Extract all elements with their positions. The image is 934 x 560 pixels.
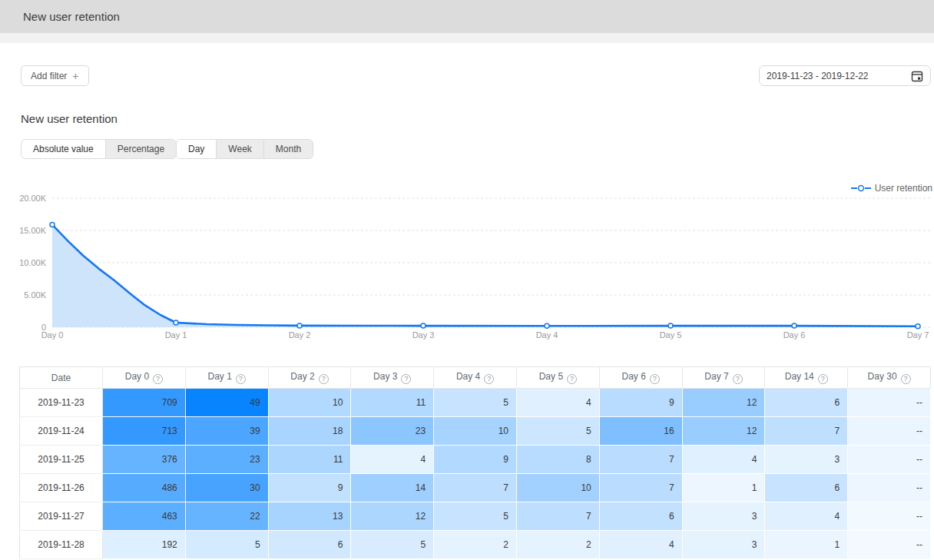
retention-cell: 4 [351,446,434,474]
retention-cell: -- [848,502,931,531]
date-range-picker[interactable]: 2019-11-23 - 2019-12-22 [759,65,931,86]
area-fill [52,224,918,327]
help-icon[interactable]: ? [484,374,494,384]
data-point[interactable] [297,323,302,328]
retention-cell: 5 [516,417,599,446]
x-axis-tick-label: Day 2 [289,330,311,340]
data-point[interactable] [421,323,426,328]
table-row: 2019-11-2648630914710716-- [20,474,931,502]
column-header-day-1: Day 1? [185,367,268,389]
retention-cell: 9 [434,446,517,474]
retention-cell: 1 [765,531,848,559]
retention-cell: 11 [351,389,434,417]
toggle-month[interactable]: Month [264,140,313,158]
table-row: 2019-11-253762311498743-- [20,446,931,474]
date-cell: 2019-11-25 [20,446,103,474]
data-point[interactable] [668,323,673,328]
x-axis-tick-label: Day 0 [41,330,64,340]
help-icon[interactable]: ? [567,374,577,384]
retention-cell: 49 [185,389,268,417]
date-cell: 2019-11-23 [20,389,103,417]
x-axis-tick-label: Day 1 [165,330,187,340]
plus-icon: + [72,71,78,81]
help-icon[interactable]: ? [650,374,660,384]
help-icon[interactable]: ? [319,374,329,384]
retention-cell: 192 [103,531,186,559]
y-axis-tick-label: 5.00K [24,290,46,300]
table-header-row: DateDay 0?Day 1?Day 2?Day 3?Day 4?Day 5?… [20,367,931,389]
retention-cell: -- [848,474,931,502]
retention-cell: -- [848,417,931,446]
toggle-day[interactable]: Day [177,140,217,158]
toggle-absolute-value[interactable]: Absolute value [22,140,106,158]
retention-cell: -- [848,389,931,417]
retention-cell: -- [848,531,931,559]
table-row: 2019-11-23709491011549126-- [20,389,931,417]
data-point[interactable] [50,222,55,227]
data-point[interactable] [545,323,549,328]
retention-cell: 4 [516,389,599,417]
date-range-value: 2019-11-23 - 2019-12-22 [767,71,869,81]
x-axis-tick-label: Day 3 [412,330,435,340]
retention-cell: 18 [268,417,351,446]
retention-cell: 5 [434,389,517,417]
retention-cell: 11 [268,446,351,474]
retention-cell: 12 [351,502,434,531]
column-header-date: Date [20,367,103,389]
help-icon[interactable]: ? [818,374,828,384]
retention-cell: 10 [516,474,599,502]
retention-cell: 39 [185,417,268,446]
help-icon[interactable]: ? [236,374,246,384]
column-header-day-0: Day 0? [103,367,186,389]
help-icon[interactable]: ? [401,374,411,384]
retention-cell: 14 [351,474,434,502]
retention-cell: 7 [516,502,599,531]
retention-cell: 5 [185,531,268,559]
retention-line [52,224,918,326]
add-filter-button[interactable]: Add filter + [21,65,89,86]
column-label: Day 14 [785,371,814,382]
data-point[interactable] [174,320,178,325]
data-point[interactable] [792,323,797,328]
retention-cell: 1 [682,474,765,502]
retention-cell: 6 [765,474,848,502]
retention-line-chart: 05.00K10.00K15.00K20.00KDay 0Day 1Day 2D… [0,177,934,346]
top-header-bar: New user retention [0,0,934,33]
retention-cell: 463 [103,502,186,531]
date-cell: 2019-11-27 [20,502,103,531]
section-title: New user retention [21,112,118,125]
retention-cell: 9 [268,474,351,502]
y-axis-tick-label: 10.00K [19,258,47,267]
legend-line-icon [851,184,871,192]
date-cell: 2019-11-24 [20,417,103,446]
granularity-toggle: Day Week Month [176,139,313,159]
header-substrip [0,33,934,43]
help-icon[interactable]: ? [901,374,911,384]
retention-cell: 5 [434,502,517,531]
retention-cell: 16 [599,417,682,446]
help-icon[interactable]: ? [733,374,743,384]
retention-table: DateDay 0?Day 1?Day 2?Day 3?Day 4?Day 5?… [19,366,931,559]
retention-cell: 6 [599,502,682,531]
retention-cell: 2 [434,531,517,559]
toggle-percentage[interactable]: Percentage [106,140,176,158]
retention-cell: 22 [185,502,268,531]
column-header-day-3: Day 3? [351,367,434,389]
retention-cell: 23 [185,446,268,474]
calendar-icon [911,70,923,82]
retention-cell: -- [848,446,931,474]
toggle-week[interactable]: Week [217,140,263,158]
legend-user-retention[interactable]: User retention [851,183,932,194]
retention-cell: 8 [516,446,599,474]
retention-cell: 4 [765,502,848,531]
data-point[interactable] [916,324,920,329]
retention-cell: 3 [765,446,848,474]
help-icon[interactable]: ? [153,374,163,384]
add-filter-label: Add filter [31,71,67,81]
retention-cell: 10 [268,389,351,417]
retention-cell: 9 [599,389,682,417]
date-cell: 2019-11-26 [20,474,103,502]
table-row: 2019-11-2746322131257634-- [20,502,931,531]
column-label: Day 5 [539,371,563,382]
column-label: Day 6 [622,371,646,382]
